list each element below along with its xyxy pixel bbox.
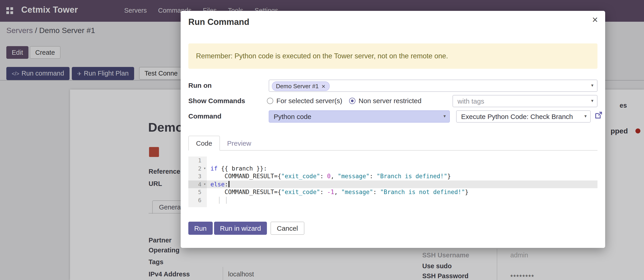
code-line-2: if {{ branch }}: xyxy=(207,165,598,172)
editor-gutter: 12▾34▾56 xyxy=(188,157,207,207)
chevron-down-icon: ▾ xyxy=(584,113,587,118)
remove-tag-icon[interactable]: ✕ xyxy=(321,84,326,89)
code-line-5: COMMAND_RESULT={"exit_code": -1, "messag… xyxy=(207,188,598,196)
external-link-icon[interactable] xyxy=(594,111,602,119)
gutter-line-4: 4▾ xyxy=(188,180,207,188)
radio-for-selected-servers[interactable] xyxy=(267,98,273,104)
radio-non-server-restricted[interactable] xyxy=(349,98,356,104)
editor-code[interactable]: if {{ branch }}: COMMAND_RESULT={"exit_c… xyxy=(207,157,598,207)
screen: Cetmix Tower ServersCommandsFilesToolsSe… xyxy=(0,0,644,280)
command-type-select[interactable]: Python code ▾ xyxy=(269,110,450,122)
code-line-4: else: xyxy=(207,180,598,188)
server-tag-pill: Demo Server #1✕ xyxy=(272,81,330,91)
warning-alert: Remember: Python code is executed on the… xyxy=(188,43,598,69)
gutter-line-1: 1 xyxy=(188,157,207,165)
cancel-button[interactable]: Cancel xyxy=(270,222,304,235)
run-on-select[interactable]: Demo Server #1✕ ▾ xyxy=(269,80,598,92)
code-line-1 xyxy=(207,157,598,165)
code-fold-icon[interactable]: ▾ xyxy=(204,165,206,172)
gutter-line-6: 6 xyxy=(188,196,207,204)
chevron-down-icon: ▾ xyxy=(591,98,594,103)
chevron-down-icon: ▾ xyxy=(591,83,594,88)
modal-title: Run Command xyxy=(188,17,249,27)
run-on-label: Run on xyxy=(188,81,212,89)
close-icon[interactable]: × xyxy=(592,15,598,25)
with-tags-select[interactable]: with tags ▾ xyxy=(452,95,598,107)
run-in-wizard-button[interactable]: Run in wizard xyxy=(214,222,267,235)
gutter-line-3: 3 xyxy=(188,172,207,180)
gutter-line-2: 2▾ xyxy=(188,165,207,172)
run-command-modal: Run Command × Remember: Python code is e… xyxy=(181,11,605,248)
code-line-3: COMMAND_RESULT={"exit_code": 0, "message… xyxy=(207,172,598,180)
code-editor[interactable]: 12▾34▾56 if {{ branch }}: COMMAND_RESULT… xyxy=(188,157,598,207)
command-label: Command xyxy=(188,112,222,120)
chevron-down-icon: ▾ xyxy=(444,113,446,118)
code-line-6: │ │ xyxy=(207,196,598,204)
command-name-select[interactable]: Execute Python Code: Check Branch ▾ xyxy=(456,110,591,122)
run-button[interactable]: Run xyxy=(188,222,212,235)
radio-non-server-restricted-label[interactable]: Non server restricted xyxy=(358,97,421,104)
radio-for-selected-servers-label[interactable]: For selected server(s) xyxy=(276,97,342,104)
show-commands-label: Show Commands xyxy=(188,97,245,104)
code-fold-icon[interactable]: ▾ xyxy=(204,180,206,188)
tab-code[interactable]: Code xyxy=(188,136,220,151)
editor-tabs: Code Preview xyxy=(188,136,598,151)
gutter-line-5: 5 xyxy=(188,188,207,196)
tab-preview[interactable]: Preview xyxy=(220,136,258,150)
